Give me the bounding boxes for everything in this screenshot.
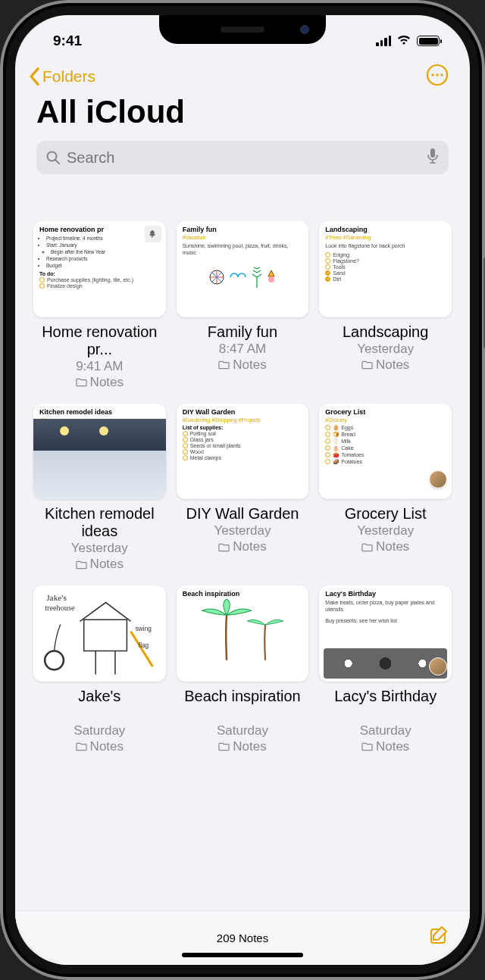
bottom-toolbar: 209 Notes <box>15 910 470 965</box>
note-card[interactable]: DIY Wall Garden #Gardening #Shopping #Pr… <box>177 404 309 573</box>
svg-point-3 <box>440 73 443 76</box>
compose-icon <box>429 925 450 946</box>
note-title: Landscaping <box>343 323 428 341</box>
note-folder: Notes <box>218 357 266 373</box>
note-title: DIY Wall Garden <box>186 505 299 523</box>
note-thumbnail: Family fun #Vacation Sunshine, swimming … <box>177 221 309 317</box>
note-thumbnail: Home renovation pr Project timeline: 4 m… <box>33 221 166 317</box>
folder-icon <box>76 741 87 751</box>
search-icon <box>45 150 61 165</box>
note-folder: Notes <box>76 557 124 572</box>
note-folder: Notes <box>361 539 409 554</box>
note-folder: Notes <box>76 375 124 390</box>
note-title: Lacy's Birthday <box>334 688 436 723</box>
folder-icon <box>218 360 230 370</box>
notes-grid[interactable]: Home renovation pr Project timeline: 4 m… <box>15 221 470 910</box>
svg-point-4 <box>48 152 57 161</box>
svg-point-8 <box>268 276 274 282</box>
folder-icon <box>361 360 373 370</box>
note-folder: Notes <box>361 739 409 754</box>
shared-avatar <box>429 657 447 676</box>
page-title: All iCloud <box>15 94 470 141</box>
folder-icon <box>218 741 230 751</box>
note-card[interactable]: Kitchen remodel ideas #Home Kitchen remo… <box>33 404 166 573</box>
note-card[interactable]: Jake's treehouse swing flag <box>33 585 166 754</box>
notes-count: 209 Notes <box>217 932 268 944</box>
battery-icon <box>417 36 440 46</box>
note-card[interactable]: Family fun #Vacation Sunshine, swimming … <box>177 221 309 390</box>
note-title: Grocery List <box>345 505 427 523</box>
shared-avatar <box>429 470 447 488</box>
note-time: Yesterday <box>71 541 128 556</box>
pin-icon <box>145 226 161 242</box>
note-time: Yesterday <box>357 523 414 538</box>
note-card[interactable]: Grocery List #Grocery 🥚 Eggs 🍞 Bread 🥛 M… <box>319 404 452 573</box>
note-card[interactable]: Home renovation pr Project timeline: 4 m… <box>33 221 166 390</box>
folder-icon <box>218 542 230 552</box>
sketch-thumbnail <box>183 599 303 663</box>
folder-icon <box>76 377 87 387</box>
chevron-left-icon <box>27 67 41 86</box>
note-folder: Notes <box>361 357 409 373</box>
more-button[interactable] <box>426 64 449 89</box>
note-title: Home renovation pr... <box>33 323 166 358</box>
sketch-thumbnail: Jake's treehouse swing flag <box>36 588 163 679</box>
note-thumbnail: Beach inspiration <box>177 585 309 682</box>
svg-text:Jake's: Jake's <box>46 594 67 603</box>
back-button[interactable]: Folders <box>27 67 95 86</box>
note-card[interactable]: Beach inspiration Beach inspiration Satu… <box>177 585 309 754</box>
note-thumbnail: Jake's treehouse swing flag <box>33 585 166 682</box>
note-thumbnail: Grocery List #Grocery 🥚 Eggs 🍞 Bread 🥛 M… <box>319 404 452 500</box>
back-label: Folders <box>42 67 95 86</box>
dictate-button[interactable] <box>426 148 440 168</box>
status-time: 9:41 <box>53 33 82 49</box>
microphone-icon <box>426 148 440 164</box>
svg-point-2 <box>436 73 438 76</box>
note-folder: Notes <box>76 739 124 754</box>
svg-rect-11 <box>84 620 127 651</box>
folder-icon <box>76 560 87 570</box>
note-thumbnail: DIY Wall Garden #Gardening #Shopping #Pr… <box>177 404 309 500</box>
note-folder: Notes <box>218 739 266 754</box>
svg-rect-6 <box>430 148 435 158</box>
note-folder: Notes <box>218 539 266 554</box>
note-time: Yesterday <box>214 523 271 538</box>
note-time: 9:41 AM <box>76 359 123 374</box>
svg-point-1 <box>431 73 433 76</box>
note-card[interactable]: Landscaping #Trees #Gardening Look into … <box>319 221 452 390</box>
note-time: Yesterday <box>357 342 414 357</box>
svg-text:flag: flag <box>139 642 149 649</box>
svg-text:swing: swing <box>136 626 152 632</box>
note-thumbnail: Landscaping #Trees #Gardening Look into … <box>319 221 452 317</box>
home-indicator[interactable] <box>182 953 303 957</box>
note-card[interactable]: Lacy's Birthday Make treats, order pizza… <box>319 585 452 754</box>
note-thumbnail: Lacy's Birthday Make treats, order pizza… <box>319 585 452 682</box>
search-input[interactable] <box>67 149 420 167</box>
cellular-icon <box>376 36 391 46</box>
note-title: Beach inspiration <box>184 688 300 723</box>
wifi-icon <box>396 33 411 49</box>
svg-point-14 <box>45 651 64 670</box>
note-title: Family fun <box>208 323 277 341</box>
svg-line-5 <box>56 161 60 164</box>
folder-icon <box>361 741 373 751</box>
note-title: Jake's <box>78 688 120 723</box>
folder-icon <box>361 542 373 552</box>
photo-thumbnail <box>33 419 166 500</box>
note-time: 8:47 AM <box>219 342 266 357</box>
note-time: Saturday <box>360 723 411 738</box>
note-time: Saturday <box>217 723 268 738</box>
note-time: Saturday <box>74 723 125 738</box>
compose-button[interactable] <box>429 925 450 949</box>
note-thumbnail: Kitchen remodel ideas #Home <box>33 404 166 500</box>
search-field[interactable] <box>36 141 449 174</box>
note-title: Kitchen remodel ideas <box>33 505 166 540</box>
svg-text:treehouse: treehouse <box>45 604 75 612</box>
ellipsis-circle-icon <box>426 64 449 86</box>
